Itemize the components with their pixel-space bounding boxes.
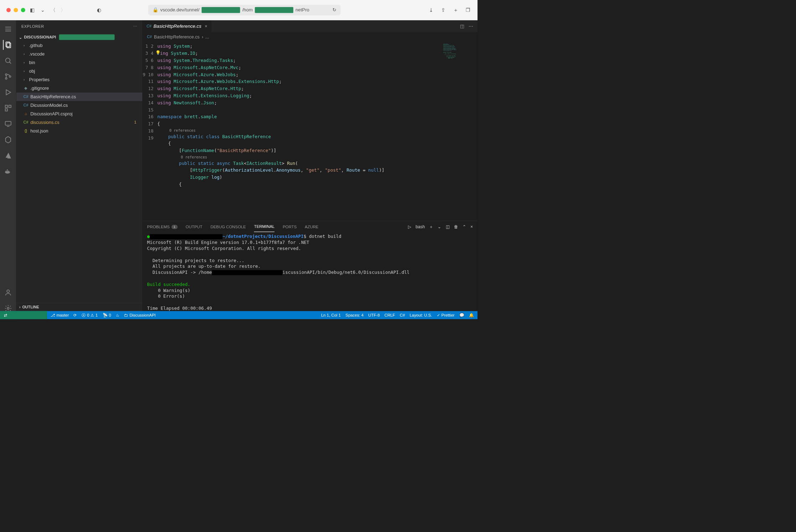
url-suffix: netPro — [295, 7, 309, 13]
codelens[interactable]: 0 references — [157, 154, 441, 160]
feedback-icon[interactable]: 💬 — [459, 313, 464, 318]
close-window-icon[interactable] — [6, 8, 11, 12]
tab-terminal[interactable]: TERMINAL — [254, 222, 275, 232]
close-icon[interactable]: × — [205, 24, 207, 29]
breadcrumb[interactable]: C# BasicHttpReference.cs › ... — [143, 32, 478, 42]
folder-icon: 🗀 — [124, 313, 128, 317]
ports-indicator[interactable]: 📡0 — [103, 313, 111, 318]
check-icon: ✓ — [437, 313, 440, 318]
search-icon[interactable] — [3, 56, 13, 66]
lightbulb-icon[interactable]: 💡 — [155, 50, 161, 55]
terminal-shell-icon[interactable]: ▷ — [408, 224, 411, 229]
hex-icon[interactable] — [3, 135, 13, 145]
keyboard-layout[interactable]: Layout: U.S. — [410, 313, 432, 317]
workspace-root[interactable]: ⌄ DISCUSSIONAPI — [16, 33, 143, 41]
file-csproj[interactable]: ⌂DiscussionAPI.csproj — [16, 110, 143, 118]
tab-ports[interactable]: PORTS — [283, 222, 296, 232]
url-bar[interactable]: 🔒 vscode.dev/tunnel/ /hom netPro ↻ — [148, 5, 341, 15]
split-editor-icon[interactable]: ◫ — [460, 24, 465, 29]
new-tab-icon[interactable]: ＋ — [453, 7, 459, 13]
eol[interactable]: CRLF — [384, 313, 395, 317]
folder-bin[interactable]: ›bin — [16, 58, 143, 67]
indentation[interactable]: Spaces: 4 — [346, 313, 364, 317]
chevron-right-icon: › — [19, 305, 21, 309]
new-terminal-icon[interactable]: ＋ — [429, 224, 433, 230]
remote-indicator[interactable]: ⇄ — [0, 311, 47, 319]
file-dicussionmodel[interactable]: C#DicussionModel.cs — [16, 101, 143, 110]
more-icon[interactable]: ⋯ — [469, 24, 473, 29]
bell-icon[interactable]: 🔔 — [469, 313, 474, 318]
file-explorer[interactable]: ⌄ DISCUSSIONAPI ›.github ›.vscode ›bin ›… — [16, 33, 143, 303]
docker-icon[interactable] — [3, 166, 13, 176]
download-icon[interactable]: ⤓ — [428, 7, 434, 13]
breadcrumb-more: ... — [205, 35, 209, 40]
account-icon[interactable] — [3, 288, 13, 298]
file-gitignore[interactable]: ◆.gitignore — [16, 84, 143, 93]
chevron-down-icon: ⌄ — [19, 35, 22, 40]
source-control-icon[interactable] — [3, 72, 13, 82]
folder-properties[interactable]: ›Properties — [16, 75, 143, 84]
csproj-icon: ⌂ — [24, 111, 28, 116]
folder-obj[interactable]: ›obj — [16, 67, 143, 75]
split-terminal-icon[interactable]: ◫ — [446, 224, 450, 229]
chevron-down-icon[interactable]: ⌄ — [438, 224, 441, 229]
gitignore-icon: ◆ — [24, 86, 28, 90]
editor-group: C# BasicHttpReference.cs × ◫ ⋯ C# BasicH… — [143, 20, 478, 319]
trash-icon[interactable]: 🗑 — [454, 224, 458, 229]
file-basichttpreference[interactable]: C#BasicHttpReference.cs — [16, 93, 143, 101]
cursor-position[interactable]: Ln 1, Col 1 — [321, 313, 341, 317]
azure-icon[interactable] — [3, 151, 13, 161]
menu-icon[interactable] — [3, 24, 13, 34]
outline-section[interactable]: ›OUTLINE — [16, 303, 143, 311]
sync-icon[interactable]: ⟳ — [73, 313, 77, 318]
terminal-body[interactable]: ●~/dotnetProjects/DiscussionAPI$ dotnet … — [143, 233, 478, 319]
close-icon[interactable]: × — [470, 224, 473, 229]
shell-name[interactable]: bash — [415, 224, 425, 229]
code-content[interactable]: using System; ing System.IO; using Syste… — [157, 42, 441, 221]
run-debug-icon[interactable] — [3, 87, 13, 97]
reload-icon[interactable]: ↻ — [332, 7, 336, 13]
remote-explorer-icon[interactable] — [3, 119, 13, 129]
tab-output[interactable]: OUTPUT — [186, 222, 202, 232]
errors-warnings[interactable]: ⓧ0 ⚠1 — [82, 312, 98, 318]
shield-icon[interactable]: ◐ — [96, 7, 102, 13]
sidebar-toggle-icon[interactable]: ◧ — [30, 7, 36, 13]
tab-bar: C# BasicHttpReference.cs × ◫ ⋯ — [143, 20, 478, 32]
branch-icon: ⎇ — [51, 313, 55, 318]
file-hostjson[interactable]: {}host.json — [16, 127, 143, 135]
chevron-right-icon: › — [24, 52, 27, 56]
line-gutter: 1 2 3 4 5 6 7 8 9 10 11 12 13 14 15 16 1… — [143, 42, 157, 221]
tab-azure[interactable]: AZURE — [305, 222, 319, 232]
svg-rect-17 — [6, 171, 7, 172]
language-mode[interactable]: C# — [400, 313, 405, 317]
prettier-indicator[interactable]: ✓Prettier — [437, 313, 455, 318]
explorer-icon[interactable] — [3, 40, 13, 50]
minimize-window-icon[interactable] — [14, 8, 18, 12]
tab-problems[interactable]: PROBLEMS1 — [147, 222, 178, 232]
url-mid: /hom — [242, 7, 253, 13]
branch-indicator[interactable]: ⎇master — [51, 313, 69, 318]
minimap[interactable]: using System; using System.IO; using Sys… — [441, 42, 477, 221]
flame-icon[interactable]: ♨ — [116, 313, 119, 318]
forward-icon[interactable]: 〉 — [60, 7, 66, 13]
more-icon[interactable]: ⋯ — [133, 24, 137, 29]
chevron-down-icon[interactable]: ⌄ — [40, 7, 46, 13]
tab-basichttpreference[interactable]: C# BasicHttpReference.cs × — [143, 20, 212, 32]
chevron-up-icon[interactable]: ⌃ — [462, 224, 466, 229]
folder-indicator[interactable]: 🗀DiscussionAPI — [124, 313, 156, 317]
folder-vscode[interactable]: ›.vscode — [16, 50, 143, 58]
tab-debug-console[interactable]: DEBUG CONSOLE — [211, 222, 246, 232]
modified-badge: 1 — [134, 120, 136, 125]
back-icon[interactable]: 〈 — [50, 7, 56, 13]
share-icon[interactable]: ⇪ — [440, 7, 446, 13]
folder-github[interactable]: ›.github — [16, 41, 143, 50]
tabs-icon[interactable]: ❐ — [465, 7, 471, 13]
svg-rect-19 — [8, 171, 9, 172]
panel-tabs: PROBLEMS1 OUTPUT DEBUG CONSOLE TERMINAL … — [143, 221, 478, 233]
maximize-window-icon[interactable] — [21, 8, 25, 12]
encoding[interactable]: UTF-8 — [368, 313, 379, 317]
codelens[interactable]: 0 references — [157, 127, 441, 133]
editor[interactable]: 1 2 3 4 5 6 7 8 9 10 11 12 13 14 15 16 1… — [143, 42, 478, 221]
file-discussions[interactable]: C#discussions.cs1 — [16, 118, 143, 127]
extensions-icon[interactable] — [3, 103, 13, 113]
